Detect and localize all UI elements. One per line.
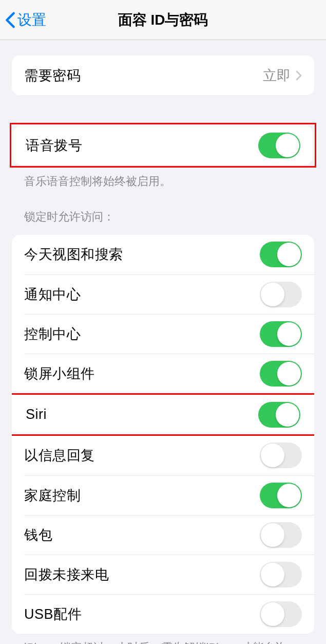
voice-dial-row: 语音拨号 [13, 125, 313, 165]
lock-access-label: 以信息回复 [24, 446, 95, 465]
lock-access-row: 通知中心 [24, 274, 314, 314]
lock-access-toggle[interactable] [260, 242, 302, 267]
require-passcode-row[interactable]: 需要密码 立即 [12, 56, 314, 95]
lock-access-header: 锁定时允许访问： [12, 209, 314, 230]
lock-access-row: 今天视图和搜索 [12, 235, 314, 274]
voice-dial-footer: 音乐语音控制将始终被启用。 [12, 168, 314, 190]
lock-access-toggle[interactable] [260, 562, 302, 587]
lock-access-label: 锁屏小组件 [24, 364, 95, 383]
highlight-voice-dial: 语音拨号 [10, 123, 316, 168]
lock-access-section: 今天视图和搜索通知中心控制中心锁屏小组件Siri以信息回复家庭控制钱包回拨未接来… [12, 235, 314, 634]
lock-access-row: 锁屏小组件 [24, 354, 314, 393]
lock-access-toggle[interactable] [260, 483, 302, 508]
require-passcode-label: 需要密码 [24, 66, 81, 85]
page-title: 面容 ID与密码 [118, 10, 208, 30]
lock-access-label: 通知中心 [24, 285, 81, 304]
navigation-header: 设置 面容 ID与密码 [0, 0, 326, 40]
require-passcode-section: 需要密码 立即 [12, 56, 314, 95]
chevron-left-icon [5, 11, 15, 29]
lock-access-toggle[interactable] [260, 321, 302, 347]
lock-access-toggle[interactable] [260, 522, 302, 548]
lock-access-footer: iPhone锁定超过一小时后，需先解锁iPhone才能允许 USB 配件连接。 [12, 634, 314, 644]
lock-access-toggle[interactable] [260, 443, 302, 468]
lock-access-label: Siri [26, 407, 47, 422]
lock-access-row: 家庭控制 [24, 475, 314, 515]
back-label: 设置 [17, 10, 46, 30]
lock-access-toggle[interactable] [260, 282, 302, 307]
back-button[interactable]: 设置 [5, 10, 46, 30]
lock-access-toggle[interactable] [260, 601, 302, 627]
lock-access-label: USB配件 [24, 605, 82, 623]
lock-access-row: 以信息回复 [12, 436, 314, 475]
lock-access-label: 回拨未接来电 [24, 565, 109, 584]
highlight-siri: Siri [12, 393, 314, 436]
voice-dial-toggle[interactable] [258, 133, 300, 158]
voice-dial-label: 语音拨号 [26, 136, 82, 155]
lock-access-label: 控制中心 [24, 325, 81, 343]
lock-access-row: Siri [13, 395, 313, 434]
lock-access-row: 钱包 [24, 515, 314, 555]
lock-access-row: 回拨未接来电 [24, 555, 314, 594]
lock-access-row: USB配件 [24, 594, 314, 634]
voice-dial-section: 语音拨号 [13, 125, 313, 165]
require-passcode-value: 立即 [263, 66, 302, 85]
lock-access-label: 钱包 [24, 526, 52, 544]
chevron-right-icon [296, 70, 302, 81]
lock-access-toggle[interactable] [258, 402, 300, 428]
lock-access-row: 控制中心 [24, 314, 314, 354]
lock-access-label: 家庭控制 [24, 486, 81, 505]
lock-access-toggle[interactable] [260, 361, 302, 387]
lock-access-label: 今天视图和搜索 [24, 245, 123, 264]
